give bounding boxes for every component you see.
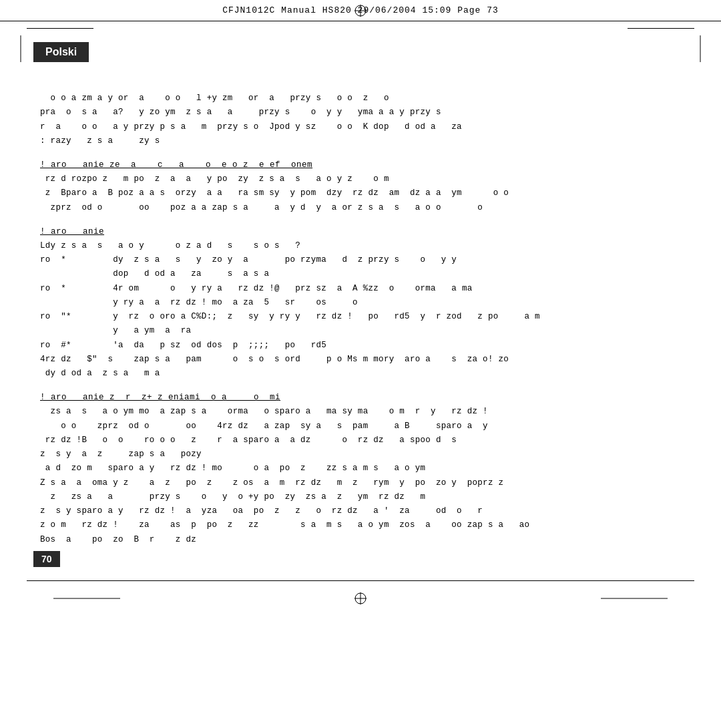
section3-line1: zs a s a o ym mo a zap s a orma o sparo …	[40, 405, 681, 419]
section3-line8: z s y sparo a y rz dz ! a yza oa po z z …	[40, 504, 681, 518]
section2: ! aro anie Ldy z s a s a o y o z a d s s…	[40, 227, 681, 381]
row1-line1: ro * dy z s a s y zo y a po rzyma d z pr…	[40, 253, 681, 267]
bottom-reg-mark	[353, 591, 368, 606]
section1-line1: rz d rozpo z m po z a a y po zy z s a s …	[40, 172, 681, 186]
section3-line6: Z s a a oma y z a z po z z os a m rz dz …	[40, 476, 681, 490]
row2: ro * 4r om o y ry a rz dz !@ prz sz a A …	[40, 282, 681, 311]
intro-line1: o o a zm a y or a o o l +y zm or a przy …	[40, 92, 681, 106]
row2-line1: ro * 4r om o y ry a rz dz !@ prz sz a A …	[40, 282, 681, 296]
main-content: Polski o o a zm a y or a o o l +y zm or …	[0, 29, 721, 560]
row4: ro #* 'a da p sz od dos p ;;;; po rd5	[40, 339, 681, 353]
section2-footer1: 4rz dz $" s zap s a pam o s o s ord p o …	[40, 353, 681, 367]
row3-line1: ro "* y rz o oro a C%D:; z sy y ry y rz …	[40, 310, 681, 324]
top-lines	[0, 23, 721, 29]
row1-line2: dop d od a za s a s a	[40, 267, 681, 281]
intro-line3: r a o o a y przy p s a m przy s o Jpod y…	[40, 120, 681, 134]
section2-intro: Ldy z s a s a o y o z a d s s o s ?	[40, 239, 681, 253]
section3-line3: rz dz !B o o ro o o z r a sparo a a dz o…	[40, 433, 681, 447]
section1-header: ! aro anie ze a c a o e o z e ef onem	[40, 160, 681, 170]
page-header: CFJN1012C Manual HS820 29/06/2004 15:09 …	[0, 0, 721, 21]
row2-line2: y ry a a rz dz ! mo a za 5 sr os o	[40, 296, 681, 310]
section1-line2: z Bparo a B poz a a s orzy a a ra sm sy …	[40, 186, 681, 200]
section3-line7: z zs a a przy s o y o +y po zy zs a z ym…	[40, 490, 681, 504]
section3-line4: z s y a z zap s a pozy	[40, 447, 681, 462]
section2-footer2: dy d od a z s a m a	[40, 367, 681, 381]
section3-line2: o o zprz od o oo 4rz dz a zap sy a s pam…	[40, 419, 681, 433]
section2-header: ! aro anie	[40, 227, 681, 236]
lang-label-container: Polski	[40, 42, 681, 75]
lang-label: Polski	[33, 42, 89, 62]
intro-line2: pra o s a a? y zo ym z s a a przy s o y …	[40, 106, 681, 120]
intro-paragraph: o o a zm a y or a o o l +y zm or a przy …	[40, 92, 681, 148]
page-number: 70	[33, 551, 60, 567]
row3-line2: y a ym a ra	[40, 324, 681, 338]
section1-line3: zprz od o oo poz a a zap s a a y d y a o…	[40, 201, 681, 215]
bottom-reg-area	[27, 580, 694, 616]
row3: ro "* y rz o oro a C%D:; z sy y ry y rz …	[40, 310, 681, 339]
bottom-line-right	[601, 598, 668, 598]
bottom-line-left	[53, 598, 120, 598]
page-container: CFJN1012C Manual HS820 29/06/2004 15:09 …	[0, 0, 721, 728]
section3-line9: z o m rz dz ! za as p po z zz s a m s a …	[40, 518, 681, 532]
section3-header: ! aro anie z r z+ z eniami o a o mi	[40, 393, 681, 402]
row1: ro * dy z s a s y zo y a po rzyma d z pr…	[40, 253, 681, 282]
row4-line1: ro #* 'a da p sz od dos p ;;;; po rd5	[40, 339, 681, 353]
section3-line5: a d zo m sparo a y rz dz ! mo o a po z z…	[40, 462, 681, 476]
intro-line4: : razy z s a zy s	[40, 134, 681, 148]
section3: ! aro anie z r z+ z eniami o a o mi zs a…	[40, 393, 681, 547]
header-reg-mark	[353, 3, 368, 18]
section1: ! aro anie ze a c a o e o z e ef onem rz…	[40, 160, 681, 215]
section3-line10: Bos a po zo B r z dz	[40, 533, 681, 547]
